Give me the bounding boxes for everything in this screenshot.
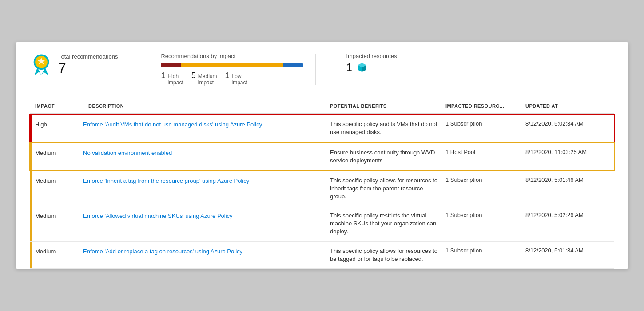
benefits-cell: This specific policy restricts the virtu… — [330, 212, 445, 236]
resources-cell: 1 Subscription — [445, 247, 525, 254]
total-label: Total recommendations — [58, 53, 118, 60]
impacted-res-label: Impacted resources — [346, 53, 397, 59]
total-recommendations-block: Total recommendations 7 — [30, 53, 135, 76]
impact-block: Recommendations by impact 1 Highimpact 5… — [161, 53, 303, 86]
desc-cell[interactable]: Enforce 'Audit VMs that do not use manag… — [83, 120, 330, 129]
desc-cell[interactable]: Enforce 'Inherit a tag from the resource… — [83, 177, 330, 185]
impact-cell: Medium — [30, 247, 83, 255]
low-label: Lowimpact — [231, 73, 247, 86]
table-body: High Enforce 'Audit VMs that do not use … — [30, 114, 614, 269]
table-row[interactable]: Medium Enforce 'Allowed virtual machine … — [30, 206, 614, 242]
total-number: 7 — [58, 61, 118, 75]
impact-cell: Medium — [30, 149, 83, 156]
low-count: 1 — [225, 71, 229, 80]
col-impact: IMPACT — [35, 103, 88, 109]
resources-cell: 1 Host Pool — [445, 149, 525, 155]
col-resources: IMPACTED RESOURC... — [445, 103, 525, 109]
high-label: Highimpact — [167, 73, 183, 86]
impact-cell: Medium — [30, 177, 83, 184]
impacted-res-row: 1 — [346, 61, 397, 74]
impact-bar-low — [283, 63, 303, 67]
table-row[interactable]: High Enforce 'Audit VMs that do not use … — [29, 114, 615, 142]
cube-icon — [356, 61, 368, 74]
table-row[interactable]: Medium Enforce 'Add or replace a tag on … — [30, 242, 614, 269]
resources-cell: 1 Subscription — [445, 212, 525, 218]
impact-indicator — [30, 242, 32, 268]
benefits-cell: This specific policy audits VMs that do … — [330, 120, 445, 136]
resources-cell: 1 Subscription — [445, 120, 525, 127]
desc-cell[interactable]: Enforce 'Add or replace a tag on resourc… — [83, 247, 330, 256]
divider — [148, 54, 148, 85]
medium-legend: 5 Mediumimpact — [191, 71, 217, 86]
table-header: IMPACT DESCRIPTION POTENTIAL BENEFITS IM… — [30, 99, 614, 114]
updated-cell: 8/12/2020, 5:02:34 AM — [525, 120, 614, 127]
rec-by-impact-label: Recommendations by impact — [161, 53, 303, 59]
impact-bar-high — [161, 63, 181, 67]
impact-legend: 1 Highimpact 5 Mediumimpact 1 Lowimpact — [161, 71, 303, 86]
updated-cell: 8/12/2020, 11:03:25 AM — [525, 149, 614, 155]
impact-indicator — [30, 206, 32, 241]
impact-cell: High — [30, 120, 83, 128]
desc-link[interactable]: Enforce 'Allowed virtual machine SKUs' u… — [83, 213, 233, 219]
table-row[interactable]: Medium Enforce 'Inherit a tag from the r… — [30, 171, 614, 207]
desc-link[interactable]: Enforce 'Inherit a tag from the resource… — [83, 177, 249, 184]
impact-bar-medium — [181, 63, 283, 67]
table-section: IMPACT DESCRIPTION POTENTIAL BENEFITS IM… — [30, 99, 614, 269]
col-updated: UPDATED AT — [525, 103, 614, 109]
desc-link[interactable]: Enforce 'Add or replace a tag on resourc… — [83, 248, 242, 255]
desc-link[interactable]: Enforce 'Audit VMs that do not use manag… — [83, 121, 262, 128]
low-legend: 1 Lowimpact — [225, 71, 247, 86]
benefits-cell: This specific policy allows for resource… — [330, 247, 445, 263]
col-benefits: POTENTIAL BENEFITS — [330, 103, 445, 109]
desc-cell[interactable]: No validation environment enabled — [83, 149, 330, 157]
main-card: Total recommendations 7 Recommendations … — [16, 42, 628, 269]
header-stats: Total recommendations 7 Recommendations … — [30, 53, 614, 95]
impact-indicator — [30, 115, 32, 142]
resources-cell: 1 Subscription — [445, 177, 525, 183]
impact-indicator — [30, 171, 32, 206]
updated-cell: 8/12/2020, 5:02:26 AM — [525, 212, 614, 218]
desc-cell[interactable]: Enforce 'Allowed virtual machine SKUs' u… — [83, 212, 330, 220]
updated-cell: 8/12/2020, 5:01:46 AM — [525, 177, 614, 183]
divider2 — [315, 54, 316, 85]
updated-cell: 8/12/2020, 5:01:34 AM — [525, 247, 614, 254]
impacted-res-number: 1 — [346, 61, 352, 74]
medium-count: 5 — [191, 71, 196, 80]
high-legend: 1 Highimpact — [161, 71, 183, 86]
col-description: DESCRIPTION — [88, 103, 330, 109]
high-count: 1 — [161, 71, 165, 80]
total-recs: Total recommendations 7 — [58, 53, 118, 75]
award-icon — [30, 53, 53, 76]
impact-cell: Medium — [30, 212, 83, 219]
benefits-cell: This specific policy allows for resource… — [330, 177, 445, 201]
impacted-resources-block: Impacted resources 1 — [346, 53, 397, 74]
impact-indicator — [30, 143, 32, 170]
benefits-cell: Ensure business continuity through WVD s… — [330, 149, 445, 165]
desc-link[interactable]: No validation environment enabled — [83, 150, 172, 156]
medium-label: Mediumimpact — [198, 73, 217, 86]
impact-bar — [161, 63, 303, 67]
table-row[interactable]: Medium No validation environment enabled… — [29, 142, 615, 171]
